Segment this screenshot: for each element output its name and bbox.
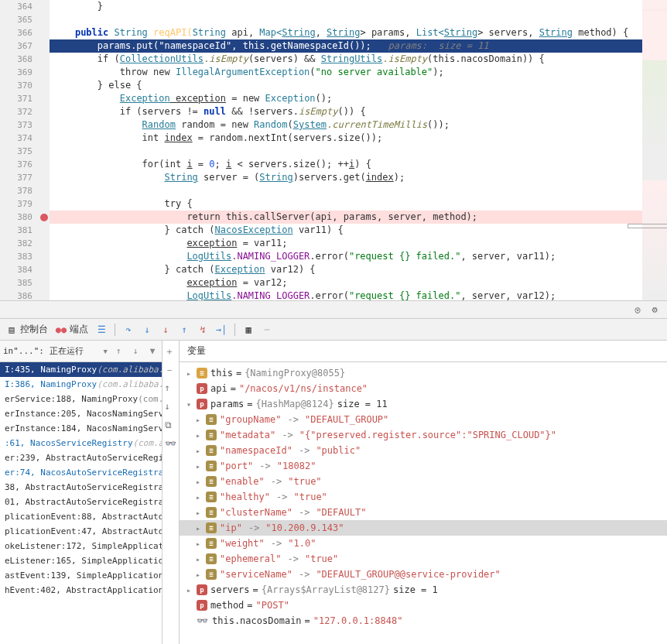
variables-header: 变量 — [180, 341, 667, 362]
code-body[interactable]: } public String reqAPI(String api, Map<S… — [50, 0, 667, 300]
step-over-icon[interactable]: ↷ — [123, 324, 134, 335]
debug-panel: in"...": 正在运行 ▼ ↑ ↓ ▼ I:435, NamingProxy… — [0, 341, 667, 644]
variable-row[interactable]: ▸≡"port"->"18082" — [180, 458, 667, 474]
variables-title: 变量 — [187, 344, 206, 358]
tab-console-label: 控制台 — [20, 323, 48, 336]
breakpoint-icon[interactable] — [40, 214, 48, 221]
param-badge-icon: p — [197, 383, 207, 394]
variable-row[interactable]: ▸≡this = {NamingProxy@8055} — [180, 365, 667, 381]
variable-row[interactable]: ▸≡"clusterName"->"DEFAULT" — [180, 505, 667, 520]
debug-toolbar: ▤ 控制台 ●● 端点 ☰ ↷ ↓ ↓ ↑ ↯ →| ▦ ⋯ — [0, 319, 667, 341]
variable-row[interactable]: ▸≡"namespaceId"->"public" — [180, 443, 667, 458]
drop-frame-icon[interactable]: ↯ — [197, 324, 208, 335]
variable-row[interactable]: ▸≡"groupName"->"DEFAULT_GROUP" — [180, 412, 667, 427]
stack-frame-row[interactable]: erInstance:184, NacosNamingServic — [0, 421, 162, 436]
variable-row[interactable]: ▸≡"healthy"->"true" — [180, 489, 667, 505]
tab-console[interactable]: ▤ 控制台 — [6, 323, 48, 336]
variable-row[interactable]: papi = "/nacos/v1/ns/instance" — [180, 381, 667, 396]
field-badge-icon: ≡ — [206, 553, 217, 564]
variable-row[interactable]: ▸≡"weight"->"1.0" — [180, 536, 667, 551]
console-icon: ▤ — [6, 324, 17, 335]
field-badge-icon: ≡ — [206, 507, 217, 518]
stack-frame-row[interactable]: hEvent:402, AbstractApplicationCont — [0, 583, 162, 598]
gear-icon[interactable]: ⚙ — [648, 303, 661, 316]
stack-frame-row[interactable]: 01, AbstractAutoServiceRegistration — [0, 495, 162, 509]
next-frame-icon[interactable]: ↓ — [129, 345, 142, 358]
frames-pane: in"...": 正在运行 ▼ ↑ ↓ ▼ I:435, NamingProxy… — [0, 341, 162, 644]
field-badge-icon: ≡ — [206, 569, 217, 580]
copy-icon[interactable]: ⧉ — [165, 420, 177, 432]
variable-row[interactable]: ▸≡"metadata"->"{"preserved.register.sour… — [180, 427, 667, 443]
prev-frame-icon[interactable]: ↑ — [112, 345, 125, 358]
target-icon[interactable]: ◎ — [631, 303, 644, 316]
param-badge-icon: p — [197, 600, 207, 611]
down-icon[interactable]: ↓ — [165, 401, 177, 413]
stack-frame-row[interactable]: er:239, AbstractAutoServiceRegistrati — [0, 450, 162, 465]
force-step-into-icon[interactable]: ↓ — [160, 324, 171, 335]
stack-frame-row[interactable]: 38, AbstractAutoServiceRegistration — [0, 480, 162, 495]
vars-side-toolbar: ＋ － ↑ ↓ ⧉ 👓 — [162, 341, 180, 644]
stack-frame-row[interactable]: astEvent:139, SimpleApplicationEvent — [0, 568, 162, 583]
stack-frame-row[interactable]: plicationEvent:47, AbstractAutoServic — [0, 524, 162, 539]
stack-frame-row[interactable]: er:74, NacosAutoServiceRegistration — [0, 465, 162, 480]
minimap[interactable] — [642, 0, 667, 300]
up-icon[interactable]: ↑ — [165, 382, 177, 395]
breakpoint-gutter[interactable] — [39, 0, 50, 300]
stack-frame-row[interactable]: erInstance:205, NacosNamingServic — [0, 406, 162, 421]
code-editor: 3643653663673683693703713723733743753763… — [0, 0, 667, 300]
variable-row[interactable]: ▸pservers = {Arrays$ArrayList@8127} size… — [180, 582, 667, 598]
field-badge-icon: ≡ — [206, 476, 217, 487]
stack-frames[interactable]: I:435, NamingProxy (com.alibaba.nI:386, … — [0, 362, 162, 644]
stack-frame-row[interactable]: plicationEvent:88, AbstractAutoServic — [0, 509, 162, 524]
add-watch-icon[interactable]: ＋ — [165, 345, 177, 358]
stack-frame-row[interactable]: :61, NacosServiceRegistry (com.al — [0, 436, 162, 450]
frames-header: in"...": 正在运行 ▼ ↑ ↓ ▼ — [0, 341, 162, 362]
dropdown-icon[interactable]: ▼ — [104, 348, 108, 355]
breakpoints-icon: ●● — [56, 324, 67, 335]
tab-breakpoints[interactable]: ●● 端点 — [56, 323, 88, 336]
thread-selector[interactable]: in"...": 正在运行 — [3, 345, 99, 357]
variable-row[interactable]: pmethod = "POST" — [180, 598, 667, 613]
step-into-icon[interactable]: ↓ — [142, 324, 152, 335]
stack-frame-row[interactable]: I:435, NamingProxy (com.alibaba.n — [0, 362, 162, 377]
variable-row[interactable]: 👓this.nacosDomain = "127.0.0.1:8848" — [180, 613, 667, 629]
step-out-icon[interactable]: ↑ — [179, 324, 190, 335]
this-badge-icon: ≡ — [197, 368, 207, 379]
stack-frame-row[interactable]: eListener:165, SimpleApplicationEver — [0, 553, 162, 568]
line-number-gutter: 3643653663673683693703713723733743753763… — [0, 0, 39, 300]
stack-frame-row[interactable]: I:386, NamingProxy (com.alibaba.n — [0, 377, 162, 392]
variable-row[interactable]: ▸≡"enable"->"true" — [180, 474, 667, 489]
layout-icon[interactable]: ☰ — [96, 324, 107, 335]
minimap-viewport[interactable] — [628, 224, 667, 228]
editor-status-bar: ◎ ⚙ — [0, 300, 667, 319]
field-badge-icon: ≡ — [206, 414, 217, 425]
field-badge-icon: ≡ — [206, 445, 217, 456]
stack-frame-row[interactable]: erService:188, NamingProxy (com.al — [0, 392, 162, 406]
param-badge-icon: p — [197, 584, 207, 595]
variables-body[interactable]: ▸≡this = {NamingProxy@8055}papi = "/naco… — [180, 362, 667, 644]
filter-icon[interactable]: ▼ — [146, 345, 159, 358]
field-badge-icon: ≡ — [206, 492, 217, 502]
tab-breakpoints-label: 端点 — [70, 323, 88, 336]
run-to-cursor-icon[interactable]: →| — [216, 324, 227, 335]
watch-icon: 👓 — [197, 615, 209, 626]
param-badge-icon: p — [197, 399, 207, 409]
glasses-icon[interactable]: 👓 — [165, 438, 177, 450]
field-badge-icon: ≡ — [206, 538, 217, 549]
remove-watch-icon[interactable]: － — [165, 364, 177, 376]
more-icon[interactable]: ⋯ — [262, 324, 272, 335]
variable-row[interactable]: ▸≡"ip"->"10.200.9.143" — [180, 520, 667, 536]
evaluate-icon[interactable]: ▦ — [243, 324, 254, 335]
variable-row[interactable]: ▸≡"ephemeral"->"true" — [180, 551, 667, 567]
stack-frame-row[interactable]: okeListener:172, SimpleApplicationEv — [0, 539, 162, 553]
variable-row[interactable]: ▸≡"serviceName"->"DEFAULT_GROUP@@service… — [180, 567, 667, 582]
field-badge-icon: ≡ — [206, 430, 217, 440]
variables-pane: 变量 ▸≡this = {NamingProxy@8055}papi = "/n… — [180, 341, 667, 644]
field-badge-icon: ≡ — [206, 522, 217, 533]
variable-row[interactable]: ▾pparams = {HashMap@8124} size = 11 — [180, 396, 667, 412]
field-badge-icon: ≡ — [206, 461, 217, 471]
